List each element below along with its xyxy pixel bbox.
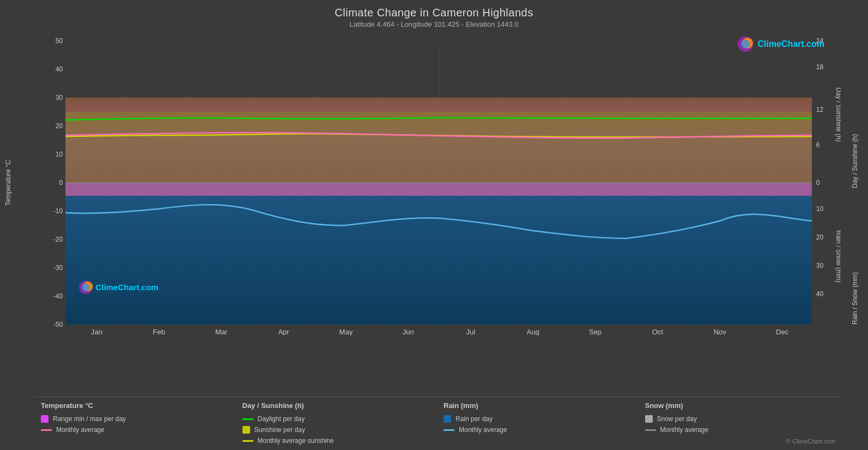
chart-title: Climate Change in Cameron Highlands xyxy=(0,0,868,19)
legend-item-temp-avg: Monthly average xyxy=(41,426,232,434)
copyright-label: © ClimeChart.com xyxy=(786,438,835,445)
right-top-axis-text: Day / Sunshine (h) xyxy=(851,79,859,188)
rain-avg-swatch xyxy=(444,429,454,431)
legend-label-sunshine-avg: Monthly average sunshine xyxy=(258,437,334,445)
y-label-10: 10 xyxy=(56,151,63,158)
x-nov: Nov xyxy=(714,328,727,335)
legend-item-daylight: Daylight per day xyxy=(242,415,433,423)
legend-title-snow: Snow (mm) xyxy=(645,401,836,410)
legend-label-temp-range: Range min / max per day xyxy=(53,415,126,423)
rain-day-swatch xyxy=(444,415,451,423)
legend-label-sunshine: Sunshine per day xyxy=(254,426,305,434)
x-dec: Dec xyxy=(776,328,789,335)
legend-label-daylight: Daylight per day xyxy=(258,415,305,423)
chart-subtitle: Latitude 4.464 - Longitude 101.425 - Ele… xyxy=(0,20,868,28)
right-bot-40: 40 xyxy=(816,290,824,298)
svg-rect-30 xyxy=(65,112,812,183)
main-container: Climate Change in Cameron Highlands Lati… xyxy=(0,0,868,450)
legend-label-rain-avg: Monthly average xyxy=(459,426,507,434)
right-axis-top-label: Day / Sunshine (h) xyxy=(835,87,841,141)
logo-top: ClimeChart.com xyxy=(737,35,824,53)
x-jun: Jun xyxy=(403,328,414,335)
x-aug: Aug xyxy=(526,328,539,335)
temp-avg-swatch xyxy=(41,429,52,431)
svg-text:ClimeChart.com: ClimeChart.com xyxy=(95,283,158,292)
legend-title-sunshine: Day / Sunshine (h) xyxy=(242,401,433,410)
y-label-neg40: -40 xyxy=(53,292,63,300)
y-label-0: 0 xyxy=(59,179,63,187)
logo-text-top: ClimeChart.com xyxy=(757,39,824,49)
left-axis-text: Temperature °C xyxy=(4,160,12,206)
legend-area: Temperature °C Range min / max per day M… xyxy=(35,397,841,445)
main-chart: rain bars 50 40 30 20 xyxy=(35,30,841,335)
x-mar: Mar xyxy=(215,328,228,335)
right-bot-20: 20 xyxy=(816,233,824,241)
right-top-18: 18 xyxy=(816,63,824,71)
snow-avg-swatch xyxy=(645,429,656,431)
legend-item-rain-day: Rain per day xyxy=(444,415,634,423)
y-label-neg10: -10 xyxy=(53,207,63,215)
x-apr: Apr xyxy=(278,328,289,335)
legend-item-sunshine: Sunshine per day xyxy=(242,426,433,434)
y-label-40: 40 xyxy=(56,65,63,73)
logo-icon-top xyxy=(737,35,754,53)
daylight-swatch xyxy=(242,418,253,420)
right-bottom-axis-text: Rain / Snow (mm) xyxy=(851,215,859,325)
y-label-neg20: -20 xyxy=(53,236,63,243)
right-axis-bottom-label: Rain / Snow (mm) xyxy=(835,230,841,283)
sunshine-avg-swatch xyxy=(242,440,253,442)
left-axis-container: Temperature °C xyxy=(4,30,12,335)
legend-title-rain: Rain (mm) xyxy=(444,401,634,410)
temp-range-swatch xyxy=(41,415,48,423)
legend-item-rain-avg: Monthly average xyxy=(444,426,634,434)
y-label-30: 30 xyxy=(56,94,63,101)
right-top-12: 12 xyxy=(816,106,824,113)
x-feb: Feb xyxy=(153,328,165,335)
x-jul: Jul xyxy=(466,328,475,335)
legend-item-sunshine-avg: Monthly average sunshine xyxy=(242,437,433,445)
legend-item-snow-avg: Monthly average xyxy=(645,426,836,434)
y-label-neg50: -50 xyxy=(53,321,63,328)
right-bot-30: 30 xyxy=(816,262,824,269)
legend-item-snow-day: Snow per day xyxy=(645,415,836,423)
x-oct: Oct xyxy=(652,328,664,335)
right-top-6: 6 xyxy=(816,141,820,149)
right-top-0: 0 xyxy=(816,179,820,187)
x-jan: Jan xyxy=(91,328,102,335)
legend-title-temp: Temperature °C xyxy=(41,401,232,410)
svg-rect-28 xyxy=(65,183,812,325)
legend-item-temp-range: Range min / max per day xyxy=(41,415,232,423)
right-bot-10: 10 xyxy=(816,205,824,213)
legend-group-temperature: Temperature °C Range min / max per day M… xyxy=(35,401,237,445)
legend-label-temp-avg: Monthly average xyxy=(56,426,105,434)
legend-label-snow-avg: Monthly average xyxy=(660,426,709,434)
svg-point-34 xyxy=(82,284,89,291)
y-label-50: 50 xyxy=(56,37,63,45)
legend-label-rain-day: Rain per day xyxy=(456,415,493,423)
legend-label-snow-day: Snow per day xyxy=(657,415,697,423)
y-label-neg30: -30 xyxy=(53,264,63,272)
sunshine-swatch xyxy=(242,426,250,434)
y-label-20: 20 xyxy=(56,122,63,130)
legend-group-rain: Rain (mm) Rain per day Monthly average xyxy=(438,401,640,445)
snow-day-swatch xyxy=(645,415,653,423)
svg-point-2 xyxy=(741,40,750,49)
legend-group-sunshine: Day / Sunshine (h) Daylight per day Suns… xyxy=(237,401,439,445)
x-sep: Sep xyxy=(589,328,602,335)
x-may: May xyxy=(339,328,353,335)
